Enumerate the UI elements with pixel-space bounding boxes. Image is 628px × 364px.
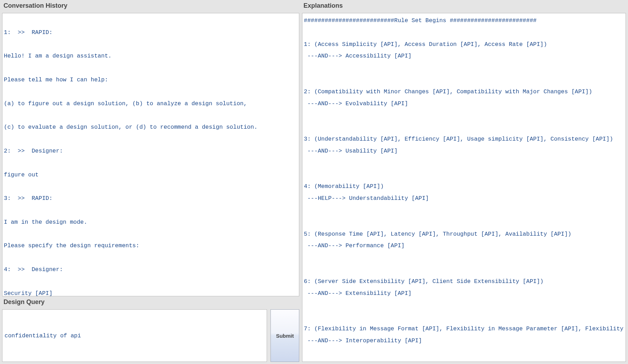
- explanations-title: Explanations: [302, 0, 626, 13]
- conversation-history-textarea[interactable]: 1: >> RAPID: Hello! I am a design assist…: [2, 13, 299, 296]
- left-pane: Conversation History 1: >> RAPID: Hello!…: [0, 0, 301, 364]
- design-query-row: Submit: [2, 309, 299, 362]
- design-query-title: Design Query: [2, 296, 299, 309]
- design-query-section: Design Query Submit: [2, 296, 299, 362]
- design-query-input[interactable]: [5, 332, 265, 339]
- design-query-input-wrap[interactable]: [2, 309, 267, 362]
- conversation-history-title: Conversation History: [2, 0, 299, 13]
- submit-button[interactable]: Submit: [270, 309, 299, 362]
- app-container: Conversation History 1: >> RAPID: Hello!…: [0, 0, 628, 364]
- conversation-history-section: Conversation History 1: >> RAPID: Hello!…: [2, 0, 299, 296]
- right-pane: Explanations ##########################R…: [301, 0, 628, 364]
- explanations-textarea[interactable]: ##########################Rule Set Begin…: [302, 13, 626, 362]
